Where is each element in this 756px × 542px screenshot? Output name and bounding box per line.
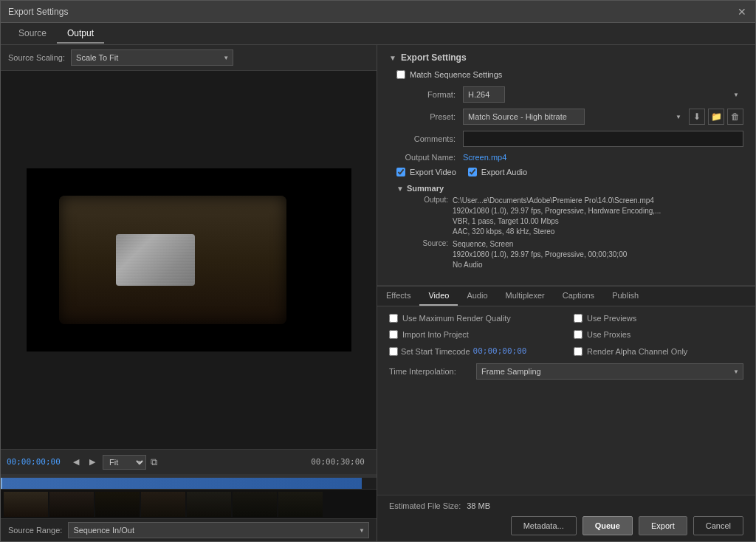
zoom-select[interactable]: Fit 25% 50% 100% bbox=[103, 455, 146, 470]
format-select-wrapper: H.264 H.265 ProRes MPEG-4 bbox=[463, 86, 743, 103]
timeline-scrubber[interactable] bbox=[1, 477, 377, 489]
preview-area bbox=[1, 71, 377, 449]
use-max-render-label: Use Maximum Render Quality bbox=[402, 314, 511, 323]
use-proxies-checkbox[interactable] bbox=[574, 330, 583, 339]
sub-tab-video[interactable]: Video bbox=[419, 287, 458, 306]
set-timecode-checkbox[interactable] bbox=[389, 347, 398, 356]
use-proxies-label: Use Proxies bbox=[587, 330, 630, 339]
preset-row: Preset: Match Source - High bitrate Matc… bbox=[389, 109, 743, 125]
format-select[interactable]: H.264 H.265 ProRes MPEG-4 bbox=[463, 86, 505, 103]
thumbnail-6 bbox=[233, 492, 277, 517]
queue-button[interactable]: Queue bbox=[583, 516, 633, 535]
timecode-start: 00;00;00;00 bbox=[7, 457, 66, 467]
format-row: Format: H.264 H.265 ProRes MPEG-4 bbox=[389, 86, 743, 103]
output-name-row: Output Name: Screen.mp4 bbox=[389, 153, 743, 162]
use-max-render-checkbox[interactable] bbox=[389, 314, 398, 323]
film-icon: ⧉ bbox=[151, 456, 157, 468]
thumbnail-5 bbox=[187, 492, 231, 517]
scrubber-handle bbox=[1, 478, 2, 489]
preset-delete-button[interactable]: 🗑 bbox=[727, 109, 743, 125]
sub-tab-captions[interactable]: Captions bbox=[554, 287, 603, 306]
export-audio-checkbox[interactable] bbox=[468, 168, 477, 176]
source-scaling-label: Source Scaling: bbox=[8, 53, 65, 62]
preview-image bbox=[27, 168, 351, 351]
export-settings-window: Export Settings ✕ Source Output Source S… bbox=[0, 0, 756, 542]
render-alpha-col: Render Alpha Channel Only bbox=[574, 346, 743, 356]
preset-import-button[interactable]: 📁 bbox=[708, 109, 724, 125]
import-proxy-row: Import Into Project Use Proxies bbox=[389, 330, 743, 339]
import-project-col: Import Into Project bbox=[389, 330, 559, 339]
play-in-button[interactable]: ◀ bbox=[70, 456, 82, 468]
thumbnail-7 bbox=[278, 492, 323, 517]
preset-row-wrapper: Match Source - High bitrate Match Source… bbox=[463, 109, 743, 125]
source-range-label: Source Range: bbox=[8, 526, 62, 535]
tv-screen bbox=[116, 234, 196, 285]
render-alpha-label: Render Alpha Channel Only bbox=[587, 347, 687, 356]
summary-source-value: Sequence, Screen 1920x1080 (1.0), 29.97 … bbox=[453, 239, 627, 270]
summary-source-label: Source: bbox=[411, 239, 448, 270]
source-scaling-bar: Source Scaling: Scale To Fit Scale To Fi… bbox=[1, 45, 377, 71]
scrubber-fill bbox=[1, 478, 362, 489]
sub-tab-audio[interactable]: Audio bbox=[458, 287, 496, 306]
import-project-checkbox[interactable] bbox=[389, 330, 398, 339]
export-video-row: Export Video bbox=[396, 168, 456, 176]
comments-input[interactable] bbox=[463, 131, 743, 147]
export-audio-label: Export Audio bbox=[481, 168, 527, 176]
close-button[interactable]: ✕ bbox=[736, 6, 748, 18]
export-button[interactable]: Export bbox=[639, 516, 687, 535]
set-timecode-label: Set Start Timecode bbox=[401, 347, 470, 356]
timeline-controls: 00;00;00;00 ◀ ▶ Fit 25% 50% 100% ⧉ 00;00… bbox=[1, 449, 377, 474]
sub-tab-multiplexer[interactable]: Multiplexer bbox=[497, 287, 554, 306]
tab-output[interactable]: Output bbox=[57, 24, 104, 44]
video-tab-content: Use Maximum Render Quality Use Previews … bbox=[377, 306, 755, 495]
sub-tab-publish[interactable]: Publish bbox=[603, 287, 647, 306]
timecode-value: 00;00;00;00 bbox=[473, 346, 527, 356]
cancel-button[interactable]: Cancel bbox=[693, 516, 743, 535]
summary-section: ▼ Summary Output: C:\User...e\Documents\… bbox=[389, 184, 743, 270]
interpolation-select[interactable]: Frame Sampling Frame Blending Optical Fl… bbox=[476, 363, 743, 380]
time-interpolation-label: Time Interpolation: bbox=[389, 367, 470, 376]
export-checkboxes: Export Video Export Audio bbox=[389, 168, 743, 176]
use-previews-checkbox[interactable] bbox=[574, 314, 583, 323]
title-bar: Export Settings ✕ bbox=[1, 1, 755, 23]
collapse-arrow[interactable]: ▼ bbox=[389, 54, 396, 62]
sub-tab-effects[interactable]: Effects bbox=[377, 287, 419, 306]
tab-source[interactable]: Source bbox=[8, 24, 57, 44]
interpolation-select-wrapper: Frame Sampling Frame Blending Optical Fl… bbox=[476, 363, 743, 380]
source-range-select[interactable]: Sequence In/Out Entire Sequence Work Are… bbox=[68, 522, 369, 538]
source-scaling-wrapper: Scale To Fit Scale To Fill Stretch To Fi… bbox=[71, 49, 233, 66]
right-panel: ▼ Export Settings Match Sequence Setting… bbox=[377, 45, 755, 541]
use-previews-col: Use Previews bbox=[574, 314, 743, 323]
use-proxies-col: Use Proxies bbox=[574, 330, 743, 339]
source-range-wrapper: Sequence In/Out Entire Sequence Work Are… bbox=[68, 522, 369, 538]
format-label: Format: bbox=[396, 90, 456, 99]
export-video-label: Export Video bbox=[410, 168, 456, 176]
use-previews-label: Use Previews bbox=[587, 314, 636, 323]
comments-label: Comments: bbox=[396, 134, 456, 143]
summary-source-row: Source: Sequence, Screen 1920x1080 (1.0)… bbox=[396, 239, 743, 270]
thumbnail-4 bbox=[141, 492, 185, 517]
import-project-label: Import Into Project bbox=[402, 330, 469, 339]
summary-collapse-arrow[interactable]: ▼ bbox=[396, 185, 404, 193]
file-size-label: Estimated File Size: bbox=[389, 501, 461, 510]
bottom-bar: Estimated File Size: 38 MB Metadata... Q… bbox=[377, 495, 755, 541]
preset-label: Preset: bbox=[396, 112, 456, 121]
output-name-link[interactable]: Screen.mp4 bbox=[463, 153, 506, 162]
source-scaling-select[interactable]: Scale To Fit Scale To Fill Stretch To Fi… bbox=[71, 49, 233, 66]
render-options-row: Use Maximum Render Quality Use Previews bbox=[389, 314, 743, 323]
play-button[interactable]: ▶ bbox=[86, 456, 98, 468]
preset-select[interactable]: Match Source - High bitrate Match Source… bbox=[463, 109, 585, 125]
match-sequence-label: Match Sequence Settings bbox=[410, 70, 502, 79]
queue-button-wrapper: Queue Add to Adobe Media Encoder Queue. bbox=[583, 516, 633, 535]
summary-title: Summary bbox=[407, 184, 444, 193]
match-sequence-checkbox[interactable] bbox=[396, 70, 405, 79]
main-tabs: Source Output bbox=[1, 23, 755, 45]
preset-save-button[interactable]: ⬇ bbox=[689, 109, 705, 125]
thumbnail-3 bbox=[95, 492, 140, 517]
metadata-button[interactable]: Metadata... bbox=[511, 516, 577, 535]
timecode-end: 00;00;30;00 bbox=[311, 457, 365, 467]
summary-output-path: C:\User...e\Documents\Adobe\Premiere Pro… bbox=[453, 196, 661, 237]
set-timecode-col: Set Start Timecode 00;00;00;00 bbox=[389, 346, 559, 356]
render-alpha-checkbox[interactable] bbox=[574, 347, 583, 356]
export-video-checkbox[interactable] bbox=[396, 168, 405, 176]
